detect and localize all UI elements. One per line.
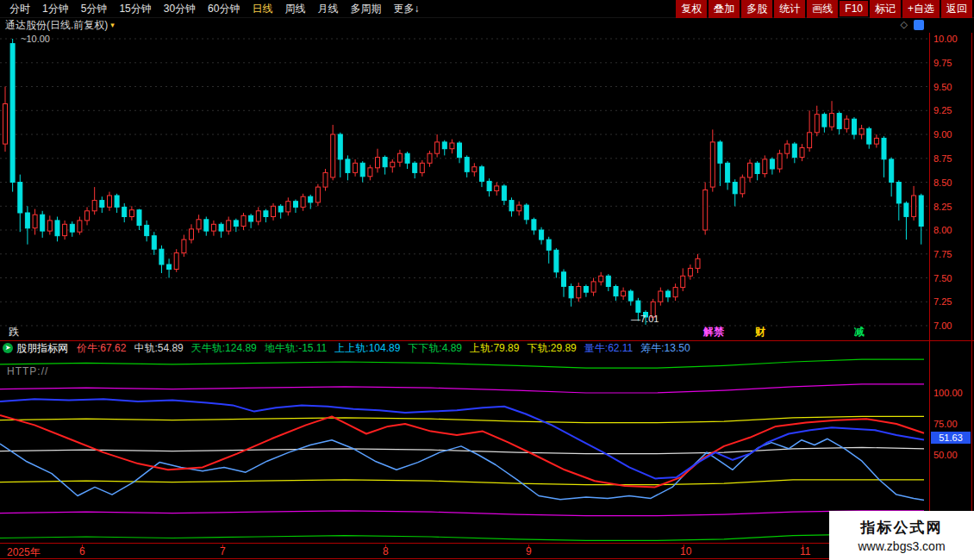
indicator-param: 中轨54.89 [134,342,183,354]
price-axis-label: 9.75 [933,57,952,69]
month-label: 11 [800,545,810,557]
pane-divider [0,340,974,341]
date-axis: 2025年 6 7 8 9 10 11 [0,544,974,558]
indicator-canvas[interactable] [0,355,929,543]
price-axis-label: 7.00 [933,320,952,332]
tool-menu: 复权 叠加 多股 统计 画线 F10 标记 +自选 返回 [674,0,974,18]
price-axis-label: 9.50 [933,81,952,93]
month-label: 8 [383,545,389,557]
indicator-param: 地牛轨-15.11 [265,342,327,354]
pane-divider [0,543,974,544]
pane-divider [0,558,974,559]
watermark-url: www.zbgs3.com [858,539,945,553]
indicator-chart[interactable]: HTTP:// [0,355,929,543]
title-dropdown-icon[interactable]: ▾ [110,21,115,29]
menu-item-60min[interactable]: 60分钟 [202,1,246,17]
title-icons: ◇ [901,19,924,30]
menu-item-monthly[interactable]: 月线 [311,1,344,17]
watermark-title: 指标公式网 [861,518,943,538]
fall-flag: 跌 [9,325,19,339]
site-watermark: 指标公式网 www.zbgs3.com [829,511,974,560]
tdx-trading-app: 分时 1分钟 5分钟 15分钟 30分钟 60分钟 日线 周线 月线 多周期 更… [0,0,974,560]
menu-button-drawline[interactable]: 画线 [807,0,838,18]
menu-button-f10[interactable]: F10 [840,1,868,16]
http-watermark: HTTP:// [7,365,48,377]
price-axis-label: 7.50 [933,272,952,284]
menu-item-15min[interactable]: 15分钟 [113,1,157,17]
month-label: 7 [220,545,226,557]
menu-button-back[interactable]: 返回 [941,0,972,18]
menu-button-multistock[interactable]: 多股 [741,0,772,18]
indicator-param: 天牛轨124.89 [191,342,257,354]
event-flag-reduce: 减 [854,325,865,339]
menu-item-weekly[interactable]: 周线 [278,1,311,17]
menu-button-add-watchlist[interactable]: +自选 [902,0,940,18]
menu-item-5min[interactable]: 5分钟 [75,1,114,17]
month-label: 10 [680,545,691,557]
indicator-param: 量牛62.11 [584,342,633,354]
candlestick-chart[interactable]: ~10.00 —7.01 跌 解禁 财 减 [0,33,929,339]
indicator-logo-icon: ➤ [3,343,13,353]
period-menu: 分时 1分钟 5分钟 15分钟 30分钟 60分钟 日线 周线 月线 多周期 更… [0,1,425,17]
axis-border [971,33,972,559]
menu-item-timeshare[interactable]: 分时 [3,1,36,17]
indicator-axis-label: 75.00 [933,418,958,430]
title-bar: 通达股份(日线.前复权) ▾ ◇ [0,18,974,32]
price-axis: 10.00 9.75 9.50 9.25 9.00 8.75 8.50 8.25… [931,33,971,339]
price-axis-label: 10.00 [933,33,958,45]
top-menubar: 分时 1分钟 5分钟 15分钟 30分钟 60分钟 日线 周线 月线 多周期 更… [0,0,974,18]
high-price-marker: ~10.00 [21,34,50,44]
current-value-badge: 51.63 [931,432,971,444]
indicator-param: 下下轨4.89 [408,342,462,354]
indicator-param: 上上轨104.89 [334,342,400,354]
low-price-marker: —7.01 [631,314,659,324]
price-axis-label: 9.00 [933,128,952,140]
indicator-param: 筹牛13.50 [640,342,690,354]
price-axis-label: 8.00 [933,224,952,236]
indicator-axis-label: 50.00 [933,449,958,461]
menu-button-mark[interactable]: 标记 [870,0,901,18]
price-axis-label: 7.25 [933,296,952,308]
menu-item-daily[interactable]: 日线 [246,1,278,17]
menu-button-statistics[interactable]: 统计 [774,0,805,18]
price-axis-label: 8.75 [933,152,952,165]
candles-canvas[interactable] [0,33,929,339]
diamond-icon[interactable]: ◇ [901,19,908,30]
axis-border [929,33,930,559]
month-label: 6 [79,545,85,557]
menu-item-more[interactable]: 更多↓ [387,1,425,17]
chart-title: 通达股份(日线.前复权) [0,18,108,33]
menu-item-multiperiod[interactable]: 多周期 [344,1,387,17]
price-axis-label: 8.25 [933,201,952,213]
price-axis-label: 9.25 [933,104,952,116]
indicator-header: ➤ 股朋指标网 价牛67.62 中轨54.89 天牛轨124.89 地牛轨-15… [0,342,929,354]
month-label: 9 [526,545,532,557]
menu-button-adjust-rights[interactable]: 复权 [676,0,707,18]
indicator-param: 上轨79.89 [470,342,519,354]
indicator-param: 价牛67.62 [77,342,126,354]
indicator-axis-label: 100.00 [933,387,963,399]
indicator-param: 下轨29.89 [527,342,576,354]
price-axis-label: 7.75 [933,248,952,260]
menu-item-1min[interactable]: 1分钟 [36,1,75,17]
indicator-name[interactable]: 股朋指标网 [16,342,68,354]
panel-icon[interactable] [914,20,924,30]
event-flag-unlock: 解禁 [703,325,724,339]
event-flag-report: 财 [755,325,765,339]
price-axis-label: 8.50 [933,177,952,189]
menu-button-overlay[interactable]: 叠加 [709,0,740,18]
menu-item-30min[interactable]: 30分钟 [158,1,202,17]
